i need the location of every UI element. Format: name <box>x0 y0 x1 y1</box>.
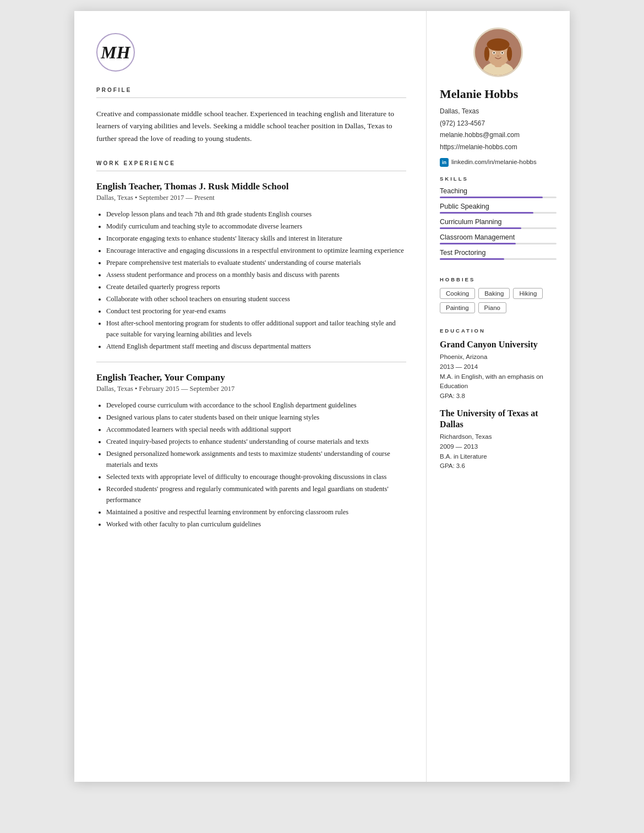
skill-bar-fill <box>440 227 521 229</box>
job-2: English Teacher, Your Company Dallas, Te… <box>96 372 406 530</box>
education-label: EDUCATION <box>440 328 485 334</box>
skill-item: Test Proctoring <box>440 249 556 260</box>
skill-bar-bg <box>440 258 556 260</box>
hobbies-label: HOBBIES <box>440 276 475 282</box>
bullet-item: Incorporate engaging texts to enhance st… <box>106 233 406 244</box>
bullet-item: Collaborate with other school teachers o… <box>106 293 406 304</box>
linkedin-text: linkedin.com/in/melanie-hobbs <box>451 157 537 166</box>
bullet-item: Assess student performance and process o… <box>106 269 406 280</box>
bullet-item: Prepare comprehensive test materials to … <box>106 257 406 268</box>
skills-list: Teaching Public Speaking Curriculum Plan… <box>440 187 556 264</box>
hobby-tag: Painting <box>440 302 475 313</box>
skill-name: Test Proctoring <box>440 249 556 257</box>
resume-container: MH PROFILE Creative and compassionate mi… <box>74 11 570 782</box>
hobby-tag: Baking <box>478 288 510 299</box>
edu-school: The University of Texas at Dallas <box>440 408 556 430</box>
phone: (972) 123-4567 <box>440 119 485 128</box>
work-divider <box>96 171 406 171</box>
job-1: English Teacher, Thomas J. Rusk Middle S… <box>96 181 406 352</box>
education-entry: The University of Texas at Dallas Richar… <box>440 408 556 471</box>
job-divider <box>96 362 406 362</box>
bullet-item: Host after-school mentoring program for … <box>106 318 406 340</box>
bullet-item: Encourage interactive and engaging discu… <box>106 245 406 256</box>
bullet-item: Designed personalized homework assignmen… <box>106 448 406 470</box>
bullet-item: Created inquiry-based projects to enhanc… <box>106 436 406 447</box>
bullet-item: Developed course curriculum with accorda… <box>106 400 406 411</box>
profile-section: PROFILE Creative and compassionate middl… <box>96 87 406 145</box>
skill-item: Classroom Management <box>440 233 556 244</box>
svg-point-6 <box>484 47 489 61</box>
monogram-circle: MH <box>96 33 135 72</box>
bullet-item: Maintained a positive and respectful lea… <box>106 507 406 518</box>
svg-point-7 <box>507 47 512 61</box>
right-column: Melanie Hobbs Dallas, Texas (972) 123-45… <box>427 11 570 782</box>
job-1-title: English Teacher, Thomas J. Rusk Middle S… <box>96 181 406 192</box>
skill-bar-bg <box>440 212 556 214</box>
edu-detail: Richardson, Texas2009 — 2013B.A. in Lite… <box>440 432 556 471</box>
svg-point-10 <box>493 52 495 54</box>
skill-bar-bg <box>440 243 556 244</box>
hobby-tag: Piano <box>478 302 506 313</box>
svg-point-12 <box>497 55 499 57</box>
skill-bar-fill <box>440 197 543 198</box>
work-experience-section: WORK EXPERIENCE English Teacher, Thomas … <box>96 160 406 530</box>
job-2-title: English Teacher, Your Company <box>96 372 406 383</box>
linkedin-row: in linkedin.com/in/melanie-hobbs <box>440 157 537 167</box>
skill-bar-bg <box>440 227 556 229</box>
skill-bar-fill <box>440 243 516 244</box>
location: Dallas, Texas <box>440 107 479 116</box>
profile-divider <box>96 97 406 98</box>
email: melanie.hobbs@gmail.com <box>440 130 520 140</box>
skill-bar-fill <box>440 258 504 260</box>
svg-point-5 <box>487 39 509 51</box>
skill-item: Curriculum Planning <box>440 218 556 229</box>
hobbies-grid: CookingBakingHikingPaintingPiano <box>440 288 556 313</box>
profile-text: Creative and compassionate middle school… <box>96 108 406 145</box>
work-experience-label: WORK EXPERIENCE <box>96 160 406 166</box>
full-name: Melanie Hobbs <box>440 87 518 101</box>
edu-detail: Phoenix, Arizona2013 — 2014M.A. in Engli… <box>440 352 556 401</box>
skill-item: Public Speaking <box>440 203 556 214</box>
skills-label: SKILLS <box>440 176 468 182</box>
monogram-text: MH <box>101 43 130 61</box>
profile-label: PROFILE <box>96 87 406 93</box>
job-1-bullets: Develop lesson plans and teach 7th and 8… <box>96 209 406 352</box>
hobby-tag: Hiking <box>513 288 543 299</box>
skill-name: Public Speaking <box>440 203 556 210</box>
bullet-item: Attend English department staff meeting … <box>106 341 406 352</box>
education-section: Grand Canyon University Phoenix, Arizona… <box>440 339 556 478</box>
skill-item: Teaching <box>440 187 556 198</box>
skill-name: Classroom Management <box>440 233 556 241</box>
job-2-meta: Dallas, Texas • February 2015 — Septembe… <box>96 385 406 393</box>
job-1-meta: Dallas, Texas • September 2017 — Present <box>96 194 406 202</box>
job-2-bullets: Developed course curriculum with accorda… <box>96 400 406 530</box>
skill-bar-bg <box>440 197 556 198</box>
bullet-item: Accommodated learners with special needs… <box>106 424 406 435</box>
linkedin-icon: in <box>440 158 449 167</box>
avatar <box>473 28 523 77</box>
bullet-item: Create detailed quarterly progress repor… <box>106 281 406 292</box>
bullet-item: Designed various plans to cater students… <box>106 412 406 423</box>
bullet-item: Modify curriculum and teaching style to … <box>106 221 406 232</box>
edu-school: Grand Canyon University <box>440 339 556 350</box>
skill-name: Teaching <box>440 187 556 195</box>
skill-name: Curriculum Planning <box>440 218 556 226</box>
education-entry: Grand Canyon University Phoenix, Arizona… <box>440 339 556 401</box>
svg-point-11 <box>501 52 503 54</box>
bullet-item: Conduct test proctoring for year-end exa… <box>106 306 406 317</box>
skill-bar-fill <box>440 212 533 214</box>
avatar-svg <box>475 28 521 77</box>
website: https://melanie-hobbs.com <box>440 143 517 152</box>
bullet-item: Develop lesson plans and teach 7th and 8… <box>106 209 406 220</box>
bullet-item: Worked with other faculty to plan curric… <box>106 519 406 530</box>
avatar-container <box>440 28 556 77</box>
bullet-item: Recorded students' progress and regularl… <box>106 483 406 505</box>
bullet-item: Selected texts with appropriate level of… <box>106 471 406 482</box>
hobby-tag: Cooking <box>440 288 475 299</box>
hobbies-section: CookingBakingHikingPaintingPiano <box>440 288 556 313</box>
left-column: MH PROFILE Creative and compassionate mi… <box>74 11 427 782</box>
